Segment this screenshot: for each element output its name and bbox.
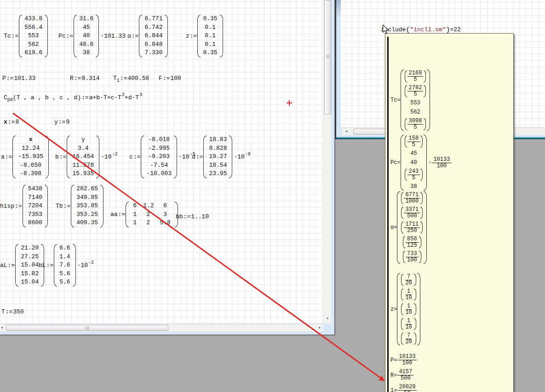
expression-p[interactable]: P:=101.33 (2, 75, 35, 82)
matrix-cell: 1.4 (58, 253, 71, 261)
function-args: (T , a , b , c , d) (13, 94, 81, 101)
expression-cp0[interactable]: Cp0(T , a , b , c , d):=a+b·T+c·T2+d·T3 (4, 94, 142, 101)
include-result: 22 (453, 26, 461, 33)
matrix-cell: 7.6 (58, 261, 71, 270)
expression-z[interactable]: z:= 0.35 0.1 0.1 0.1 0.35 (186, 14, 223, 58)
matrix-column: 67711000 3371500 1711250 856125 733100 (400, 190, 424, 265)
scroll-left-button[interactable]: ◄ (343, 128, 350, 135)
expression-alpha[interactable]: α:= 6.771 6.742 6.844 6.848 7.330 (127, 14, 168, 58)
value: 8.314 (81, 75, 99, 82)
matrix-cell: 5.6 (58, 278, 71, 287)
matrix-cell: -2.995 (145, 144, 173, 153)
expression-al[interactable]: aL:= 21.20 27.25 15.04 15.82 15.04 (0, 243, 44, 288)
matrix-column: 31.6 45 40 48.6 38 (77, 14, 96, 58)
expression-f[interactable]: F:=100 (159, 75, 181, 82)
expression-pc[interactable]: Pc:= 31.6 45 40 48.6 38 ·101.33 (58, 14, 126, 58)
include-filename: "incl1.sm" (410, 26, 446, 33)
superscript: 3 (139, 92, 142, 97)
fraction-cell: 720 (401, 331, 416, 346)
assign-op: := (58, 119, 66, 125)
expression-x[interactable]: x:=8 (4, 119, 19, 125)
matrix-cell: 282.65 (75, 185, 99, 193)
assign-op: := (118, 211, 126, 218)
expression-d[interactable]: d:= 18.83 8.828 19.27 18.54 23.95 ·10-9 (192, 135, 251, 179)
matrix-cell: 0.1 (201, 32, 218, 40)
var-label: a (1, 153, 5, 160)
scroll-right-button[interactable]: ► (316, 324, 323, 331)
scroll-left-button[interactable]: ◄ (0, 324, 5, 331)
paren-left (197, 15, 201, 57)
expression-t1[interactable]: T1:=400.58 (113, 75, 149, 82)
left-horizontal-scrollbar[interactable]: ◄ ► (0, 324, 323, 331)
left-vertical-scrollbar[interactable]: ▼ (323, 0, 331, 324)
paren-left (141, 136, 144, 178)
matrix-cell: 5438 (27, 185, 44, 193)
var-label: P (2, 75, 6, 82)
expression-hisp[interactable]: hisp:= 5438 7140 7204 7353 8600 (0, 184, 48, 228)
expression-b[interactable]: b:= y 3.4 16.454 11.578 15.935 ·10-2 (55, 135, 118, 179)
expression-r[interactable]: R:=8.314 (70, 75, 99, 82)
matrix-column: 0.35 0.1 0.1 0.1 0.35 (201, 14, 219, 58)
paren-right (96, 136, 99, 178)
expression-tb[interactable]: Tb:= 282.65 349.85 353.85 353.25 409.35 (56, 184, 103, 228)
include-preview-tooltip: Tc= 21695 27825 553 562 30985 Pc= 1585 4… (385, 33, 514, 392)
fraction-cell: 2435 (405, 167, 423, 182)
assign-op: := (190, 33, 197, 40)
var-label: R (390, 372, 394, 379)
matrix-cell: 27.25 (19, 253, 40, 261)
matrix-cell: 15.82 (19, 270, 40, 278)
var-label: y (54, 119, 58, 125)
matrix-cell: 48.6 (78, 40, 95, 49)
assign-op: := (66, 33, 74, 40)
var-label: c (129, 153, 133, 160)
matrix-column: 1585 45 40 2435 38 (404, 134, 424, 192)
matrix-cell: 353.85 (75, 202, 99, 210)
paren-right (45, 15, 48, 57)
value: 1..10 (191, 213, 209, 220)
matrix-cell: 7140 (27, 193, 44, 202)
matrix-cell: y (71, 136, 95, 144)
fraction-cell: 733100 (403, 250, 421, 264)
matrix-cell: 349.85 (75, 193, 99, 202)
matrix-cell: 45 (78, 23, 95, 32)
paren-left (74, 15, 77, 57)
fraction-cell: 110 (401, 317, 416, 331)
assign-op: := (15, 203, 22, 210)
fraction-cell: 1711250 (401, 220, 423, 235)
paren-right (165, 15, 168, 57)
expression-bb[interactable]: bb:=1..10 (176, 213, 209, 220)
paren-left (203, 136, 207, 178)
tooltip-expr-pc: Pc= 1585 45 40 2435 38 ·10133100 (390, 134, 452, 192)
fraction-cell: 27825 (405, 84, 426, 98)
matrix-cell: 7204 (27, 202, 44, 210)
matrix-cell: 12.24 (17, 144, 45, 153)
scroll-down-button[interactable]: ▼ (324, 315, 331, 322)
vertical-scrollbar-thumb[interactable] (324, 0, 331, 114)
paren-left (397, 273, 400, 346)
left-worksheet-canvas[interactable]: Tc:= 433.8 556.4 553 562 619.6 Pc:= 31.6… (0, 0, 323, 324)
expression-c[interactable]: c:= -8.018 -2.995 -9.203 -7.54 -10.003 ·… (129, 135, 195, 179)
tooltip-expr-alpha: α= 67711000 3371500 1711250 856125 73310… (390, 190, 427, 265)
var-label: T (113, 75, 117, 82)
matrix-cell: 3.4 (71, 144, 95, 153)
matrix-cell: 553 (23, 32, 44, 40)
expression-y[interactable]: y:=9 (54, 119, 69, 125)
paren-left (71, 185, 74, 227)
multiplier: ·101.33 (100, 33, 126, 40)
paren-right (46, 136, 49, 178)
var-label: R (70, 75, 74, 82)
expression-a[interactable]: a:= x 12.24 -15.935 -8.650 -8.398 (1, 135, 49, 179)
matrix-cell: x (17, 136, 45, 144)
expression-t[interactable]: T:=350 (1, 308, 24, 315)
var-label: x (4, 119, 7, 125)
expression-bl[interactable]: bL:= 6.6 1.4 7.6 5.6 5.6 ·10-2 (39, 243, 94, 288)
horizontal-scrollbar-thumb[interactable] (6, 325, 168, 331)
expression-tc[interactable]: Tc:= 433.8 556.4 553 562 619.6 (4, 14, 48, 58)
paren-left (23, 185, 26, 227)
equals-sign: = (394, 372, 397, 379)
matrix-cell: 40 (409, 158, 418, 167)
matrix-cell: -10.003 (145, 170, 173, 178)
var-label: bL (39, 262, 46, 269)
matrix-cell: -9.203 (145, 153, 173, 161)
scroll-left-icon: ◄ (345, 130, 347, 133)
